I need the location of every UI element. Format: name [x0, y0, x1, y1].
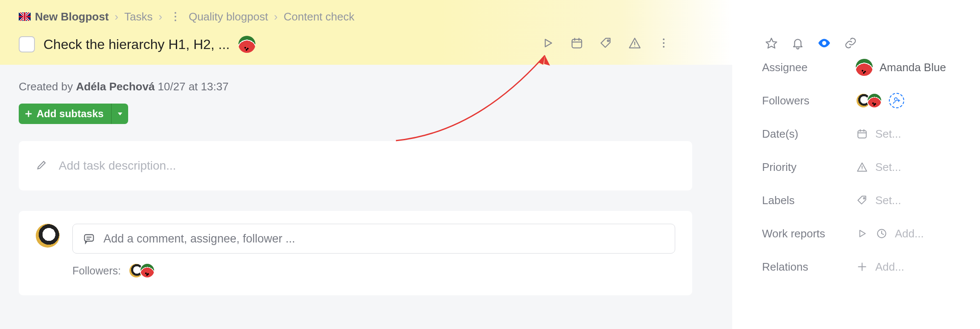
breadcrumb-root[interactable]: New Blogpost	[19, 10, 109, 23]
assignee-name: Amanda Blue	[880, 61, 946, 74]
follower-avatar[interactable]	[140, 263, 155, 278]
follower-avatar[interactable]	[867, 93, 882, 108]
breadcrumb: New Blogpost › Tasks › Quality blogpost …	[19, 9, 714, 24]
chevron-right-icon: ›	[158, 10, 162, 23]
breadcrumb-content[interactable]: Content check	[284, 10, 354, 23]
breadcrumb-tasks[interactable]: Tasks	[124, 10, 152, 23]
description-card[interactable]: Add task description...	[19, 141, 692, 190]
sb-relations-label: Relations	[762, 260, 856, 274]
relations-add: Add...	[875, 260, 904, 274]
calendar-icon[interactable]	[570, 36, 584, 50]
sb-labels-label: Labels	[762, 194, 856, 207]
svg-rect-4	[572, 39, 582, 48]
sb-priority-row: Priority Set...	[762, 153, 954, 181]
tag-icon[interactable]	[599, 36, 613, 50]
followers-line: Followers:	[72, 263, 675, 278]
svg-point-0	[175, 12, 176, 14]
current-user-avatar[interactable]	[36, 224, 60, 248]
assignee-avatar[interactable]	[238, 36, 255, 53]
star-icon[interactable]	[764, 36, 779, 50]
created-line: Created by Adéla Pechová 10/27 at 13:37	[19, 80, 714, 93]
svg-point-12	[663, 42, 665, 44]
sb-followers-label: Followers	[762, 94, 856, 107]
sb-work-label: Work reports	[762, 227, 856, 240]
svg-line-37	[882, 234, 883, 234]
comment-input[interactable]: Add a comment, assignee, follower ...	[72, 224, 675, 254]
svg-marker-34	[860, 230, 865, 237]
sb-work-value[interactable]: Add...	[856, 227, 924, 240]
add-subtasks-button[interactable]: Add subtasks	[19, 104, 128, 124]
svg-marker-3	[545, 39, 552, 47]
svg-point-33	[863, 198, 865, 199]
plus-icon	[24, 109, 33, 118]
add-subtasks-label: Add subtasks	[37, 108, 103, 120]
svg-point-10	[634, 46, 635, 47]
followers-label: Followers:	[72, 265, 121, 277]
svg-marker-22	[766, 38, 777, 48]
labels-set: Set...	[875, 194, 901, 207]
sb-relations-row: Relations Add...	[762, 253, 954, 280]
comment-placeholder: Add a comment, assignee, follower ...	[103, 232, 295, 245]
sb-labels-value[interactable]: Set...	[856, 194, 901, 207]
warning-icon[interactable]	[628, 36, 642, 50]
tag-icon	[856, 194, 868, 207]
uk-flag-icon	[19, 12, 31, 21]
sb-workreports-row: Work reports Add...	[762, 220, 954, 247]
play-icon	[856, 227, 868, 240]
description-placeholder: Add task description...	[59, 159, 176, 173]
sb-priority-value[interactable]: Set...	[856, 161, 901, 174]
svg-point-13	[663, 46, 665, 48]
sb-assignee-label: Assignee	[762, 61, 856, 74]
created-at: 10/27 at 13:37	[155, 80, 228, 93]
sb-relations-value[interactable]: Add...	[856, 260, 904, 274]
chevron-right-icon: ›	[274, 10, 278, 23]
bell-icon[interactable]	[791, 36, 805, 50]
sb-dates-label: Date(s)	[762, 127, 856, 141]
calendar-icon	[856, 127, 868, 140]
header-toolbar	[541, 36, 671, 50]
followers-avatars[interactable]	[129, 263, 155, 278]
dates-set: Set...	[875, 127, 901, 141]
plus-icon	[856, 260, 868, 273]
task-header: New Blogpost › Tasks › Quality blogpost …	[0, 0, 732, 65]
svg-point-23	[822, 41, 826, 45]
svg-rect-19	[85, 235, 94, 241]
comment-icon	[83, 233, 95, 245]
chevron-right-icon: ›	[115, 10, 118, 23]
sb-dates-row: Date(s) Set...	[762, 120, 954, 147]
sb-labels-row: Labels Set...	[762, 187, 954, 214]
task-complete-checkbox[interactable]	[19, 36, 35, 52]
sb-assignee-row: Assignee Amanda Blue	[762, 54, 954, 81]
watch-icon[interactable]	[817, 36, 831, 50]
sb-dates-value[interactable]: Set...	[856, 127, 901, 141]
svg-point-24	[894, 98, 897, 101]
more-icon[interactable]	[656, 36, 671, 50]
svg-marker-18	[118, 113, 123, 115]
breadcrumb-quality[interactable]: Quality blogpost	[189, 10, 268, 23]
created-by: Adéla Pechová	[76, 80, 155, 93]
add-subtasks-caret[interactable]	[111, 104, 128, 124]
svg-rect-27	[858, 130, 866, 138]
svg-point-1	[175, 16, 176, 17]
pencil-icon	[36, 159, 48, 173]
page-action-bar	[764, 36, 858, 50]
created-prefix: Created by	[19, 80, 76, 93]
priority-set: Set...	[875, 161, 901, 174]
work-add: Add...	[895, 227, 924, 240]
breadcrumb-more-icon[interactable]	[168, 9, 183, 24]
task-title[interactable]: Check the hierarchy H1, H2, ...	[43, 37, 230, 52]
comment-card: Add a comment, assignee, follower ... Fo…	[19, 211, 692, 295]
add-subtasks-main[interactable]: Add subtasks	[19, 104, 111, 124]
assignee-avatar	[856, 59, 873, 76]
sb-followers-value[interactable]	[856, 93, 904, 108]
sb-assignee-value[interactable]: Amanda Blue	[856, 59, 946, 76]
play-icon[interactable]	[541, 36, 555, 50]
caret-down-icon	[116, 110, 124, 118]
add-follower-button[interactable]	[889, 93, 904, 108]
sb-priority-label: Priority	[762, 161, 856, 174]
sb-followers-row: Followers	[762, 87, 954, 114]
svg-point-2	[175, 20, 176, 21]
warning-icon	[856, 161, 868, 173]
breadcrumb-root-label: New Blogpost	[35, 10, 109, 23]
link-icon[interactable]	[843, 36, 858, 50]
